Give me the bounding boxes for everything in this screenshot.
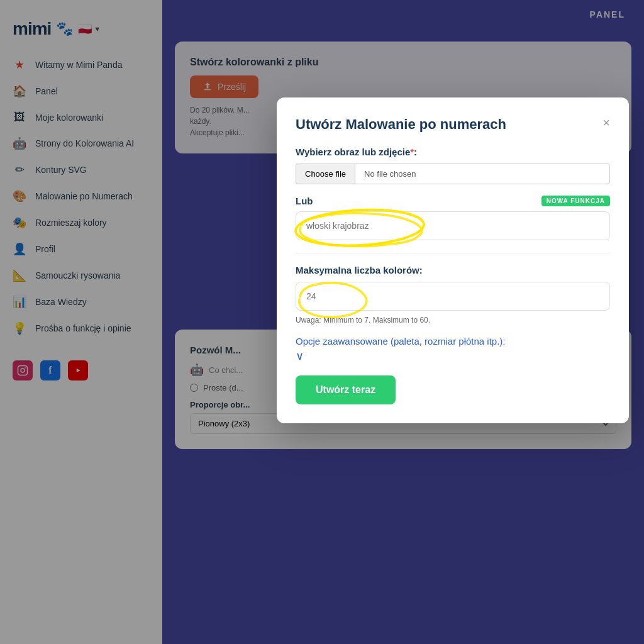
lub-label: Lub bbox=[296, 196, 313, 206]
submit-button[interactable]: Utwórz teraz bbox=[296, 375, 396, 404]
input-note: Uwaga: Minimum to 7. Maksimum to 60. bbox=[296, 316, 610, 325]
advanced-chevron-icon[interactable]: ∨ bbox=[296, 349, 610, 363]
text-prompt-input[interactable] bbox=[296, 211, 610, 240]
colors-label: Maksymalna liczba kolorów: bbox=[296, 265, 610, 275]
modal-dialog: Utwórz Malowanie po numerach × Wybierz o… bbox=[277, 97, 629, 423]
file-input-row: Choose file No file chosen bbox=[296, 164, 610, 184]
max-colors-input[interactable] bbox=[296, 282, 610, 311]
number-input-wrapper bbox=[296, 282, 610, 311]
modal-header: Utwórz Malowanie po numerach × bbox=[296, 116, 610, 133]
choose-file-button[interactable]: Choose file bbox=[296, 164, 355, 184]
advanced-options-toggle[interactable]: Opcje zaawansowane (paleta, rozmiar płót… bbox=[296, 336, 610, 347]
text-input-wrapper bbox=[296, 211, 610, 240]
colon: : bbox=[414, 147, 417, 157]
new-feature-badge: NOWA FUNKCJA bbox=[541, 196, 610, 206]
modal-title: Utwórz Malowanie po numerach bbox=[296, 116, 506, 133]
section-divider bbox=[296, 253, 610, 253]
file-chosen-text: No file chosen bbox=[355, 164, 610, 184]
modal-close-button[interactable]: × bbox=[602, 116, 610, 129]
advanced-label: Opcje zaawansowane (paleta, rozmiar płót… bbox=[296, 336, 506, 347]
image-section-label: Wybierz obraz lub zdjęcie*: bbox=[296, 147, 610, 157]
lub-row: Lub NOWA FUNKCJA bbox=[296, 196, 610, 206]
